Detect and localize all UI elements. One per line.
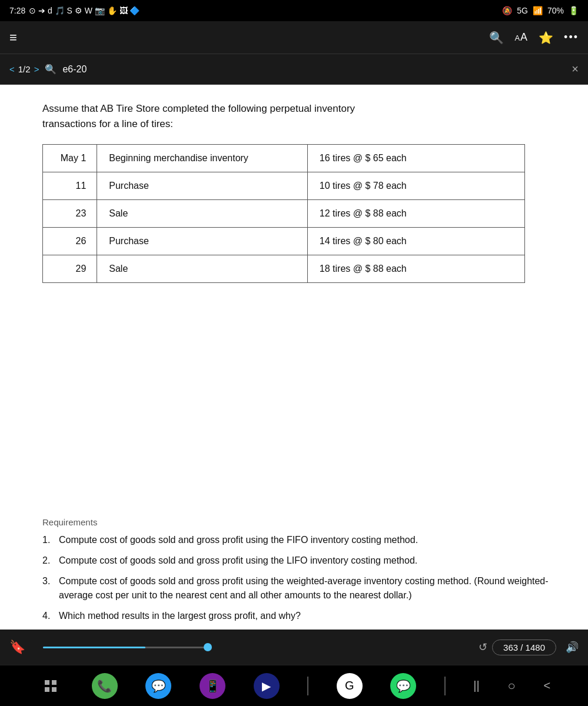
row5-amount: 18 tires @ $ 88 each <box>307 255 524 283</box>
battery-icon: 🔋 <box>569 6 579 15</box>
google-app-icon[interactable]: G <box>337 673 363 699</box>
svg-rect-3 <box>52 687 57 692</box>
divider2 <box>444 677 446 695</box>
row1-amount: 16 tires @ $ 65 each <box>307 145 524 172</box>
progress-fill <box>43 647 145 648</box>
intro-paragraph: Assume that AB Tire Store completed the … <box>42 101 555 131</box>
list-item: 1. Compute cost of goods sold and gross … <box>42 533 555 548</box>
nav-bar: ≡ 🔍 AA ⭐ ••• <box>0 21 588 54</box>
phone-app-icon[interactable]: 📞 <box>92 673 118 699</box>
req-num-4: 4. <box>42 609 55 624</box>
req-num-1: 1. <box>42 533 55 548</box>
row4-amount: 14 tires @ $ 80 each <box>307 228 524 255</box>
row2-desc: Purchase <box>97 172 308 200</box>
req-num-3: 3. <box>42 574 55 604</box>
progress-dot[interactable] <box>204 643 212 651</box>
requirements-title: Requirements <box>42 517 555 527</box>
svg-rect-1 <box>52 680 57 685</box>
undo-button[interactable]: ↺ <box>479 641 487 654</box>
chat-app-icon[interactable]: 💬 <box>145 673 171 699</box>
page-number-pill[interactable]: 363 / 1480 <box>492 640 556 655</box>
svg-rect-2 <box>45 687 49 692</box>
viber-app-icon[interactable]: 📱 <box>200 673 225 699</box>
bottom-bar: 🔖 ↺ 363 / 1480 🔊 <box>0 630 588 665</box>
bookmark-star-button[interactable]: ⭐ <box>539 31 553 45</box>
close-search-button[interactable]: × <box>572 62 579 76</box>
page-number-display: ↺ 363 / 1480 <box>479 640 556 655</box>
row5-desc: Sale <box>97 255 308 283</box>
status-bar: 7:28 ⊙ ➔ d 🎵 S ⚙ W 📷 ✋ 🖼 🔷 🔕 5G 📶 70% 🔋 <box>0 0 588 21</box>
row4-date: 26 <box>43 228 97 255</box>
search-small-icon[interactable]: 🔍 <box>45 64 57 75</box>
row1-date: May 1 <box>43 145 97 172</box>
status-icons: ⊙ ➔ d 🎵 S ⚙ W 📷 ✋ 🖼 🔷 <box>29 6 139 15</box>
row2-amount: 10 tires @ $ 78 each <box>307 172 524 200</box>
list-item: 3. Compute cost of goods sold and gross … <box>42 574 555 604</box>
play-app-icon[interactable]: ▶ <box>254 673 280 699</box>
search-button[interactable]: 🔍 <box>489 31 504 45</box>
table-row: 26 Purchase 14 tires @ $ 80 each <box>43 228 525 255</box>
grid-button[interactable] <box>38 673 64 699</box>
time-display: 7:28 <box>9 6 25 15</box>
row3-amount: 12 tires @ $ 88 each <box>307 200 524 228</box>
table-row: May 1 Beginning merchandise inventory 16… <box>43 145 525 172</box>
font-size-button[interactable]: AA <box>514 31 528 44</box>
req-text-2: Compute cost of goods sold and gross pro… <box>59 554 417 568</box>
whatsapp-app-icon[interactable]: 💬 <box>390 673 416 699</box>
bookmark-button[interactable]: 🔖 <box>9 640 25 655</box>
req-text-3: Compute cost of goods sold and gross pro… <box>59 574 555 604</box>
row1-desc: Beginning merchandise inventory <box>97 145 308 172</box>
req-text-4: Which method results in the largest gros… <box>59 609 301 624</box>
svg-rect-0 <box>45 680 49 685</box>
row2-date: 11 <box>43 172 97 200</box>
hamburger-button[interactable]: ≡ <box>9 30 17 45</box>
prev-arrow[interactable]: < <box>9 64 15 74</box>
req-num-2: 2. <box>42 554 55 568</box>
requirements-section: Requirements 1. Compute cost of goods so… <box>0 517 588 630</box>
battery-label: 70% <box>547 6 564 15</box>
table-row: 23 Sale 12 tires @ $ 88 each <box>43 200 525 228</box>
volume-button[interactable]: 🔊 <box>566 641 579 654</box>
table-row: 29 Sale 18 tires @ $ 88 each <box>43 255 525 283</box>
recent-apps-button[interactable]: || <box>473 679 479 692</box>
nav-right: 🔍 AA ⭐ ••• <box>489 31 579 45</box>
intro-line1: Assume that AB Tire Store completed the … <box>42 103 355 114</box>
nav-left: ≡ <box>9 30 17 45</box>
status-right: 🔕 5G 📶 70% 🔋 <box>502 6 579 15</box>
page-navigation: < 1/2 > <box>9 64 39 74</box>
page-content: Assume that AB Tire Store completed the … <box>0 85 588 517</box>
row3-desc: Sale <box>97 200 308 228</box>
list-item: 2. Compute cost of goods sold and gross … <box>42 554 555 568</box>
requirements-list: 1. Compute cost of goods sold and gross … <box>42 533 555 624</box>
search-query-display[interactable]: e6-20 <box>62 64 566 75</box>
app-icons-row: 📞 💬 📱 ▶ G 💬 || ○ < <box>0 665 588 706</box>
status-left: 7:28 ⊙ ➔ d 🎵 S ⚙ W 📷 ✋ 🖼 🔷 <box>9 6 139 15</box>
progress-container <box>25 647 479 648</box>
table-row: 11 Purchase 10 tires @ $ 78 each <box>43 172 525 200</box>
signal-bars-icon: 📶 <box>533 6 543 15</box>
signal-label: 5G <box>517 6 528 15</box>
home-button[interactable]: ○ <box>507 678 515 694</box>
mute-icon: 🔕 <box>502 6 512 15</box>
row4-desc: Purchase <box>97 228 308 255</box>
list-item: 4. Which method results in the largest g… <box>42 609 555 624</box>
row3-date: 23 <box>43 200 97 228</box>
inventory-table: May 1 Beginning merchandise inventory 16… <box>42 144 525 283</box>
back-button[interactable]: < <box>543 679 550 692</box>
page-fraction-label: 1/2 <box>18 64 31 74</box>
content-area: Assume that AB Tire Store completed the … <box>0 85 588 630</box>
intro-line2: transactions for a line of tires: <box>42 118 173 129</box>
next-arrow[interactable]: > <box>34 64 39 74</box>
more-options-button[interactable]: ••• <box>564 31 579 44</box>
search-bar-row: < 1/2 > 🔍 e6-20 × <box>0 54 588 85</box>
req-text-1: Compute cost of goods sold and gross pro… <box>59 533 418 548</box>
divider <box>307 677 308 695</box>
progress-track <box>43 647 208 648</box>
row5-date: 29 <box>43 255 97 283</box>
